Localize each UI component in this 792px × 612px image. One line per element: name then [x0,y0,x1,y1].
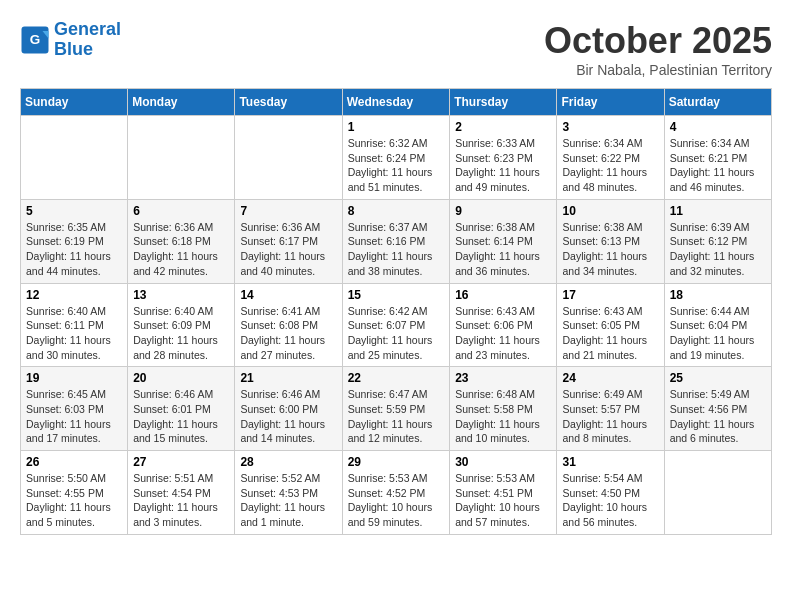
day-info: Sunrise: 6:43 AM Sunset: 6:06 PM Dayligh… [455,304,551,363]
calendar-cell: 27Sunrise: 5:51 AM Sunset: 4:54 PM Dayli… [128,451,235,535]
week-row-1: 5Sunrise: 6:35 AM Sunset: 6:19 PM Daylig… [21,199,772,283]
day-number: 13 [133,288,229,302]
day-info: Sunrise: 6:46 AM Sunset: 6:00 PM Dayligh… [240,387,336,446]
calendar-cell: 6Sunrise: 6:36 AM Sunset: 6:18 PM Daylig… [128,199,235,283]
calendar-cell: 23Sunrise: 6:48 AM Sunset: 5:58 PM Dayli… [450,367,557,451]
day-number: 11 [670,204,766,218]
day-info: Sunrise: 5:54 AM Sunset: 4:50 PM Dayligh… [562,471,658,530]
calendar-cell: 30Sunrise: 5:53 AM Sunset: 4:51 PM Dayli… [450,451,557,535]
calendar-cell: 17Sunrise: 6:43 AM Sunset: 6:05 PM Dayli… [557,283,664,367]
day-number: 20 [133,371,229,385]
weekday-header-monday: Monday [128,89,235,116]
calendar-cell: 1Sunrise: 6:32 AM Sunset: 6:24 PM Daylig… [342,116,450,200]
day-number: 24 [562,371,658,385]
calendar-cell: 19Sunrise: 6:45 AM Sunset: 6:03 PM Dayli… [21,367,128,451]
day-number: 3 [562,120,658,134]
day-info: Sunrise: 5:50 AM Sunset: 4:55 PM Dayligh… [26,471,122,530]
day-number: 22 [348,371,445,385]
day-info: Sunrise: 6:36 AM Sunset: 6:17 PM Dayligh… [240,220,336,279]
calendar-cell: 4Sunrise: 6:34 AM Sunset: 6:21 PM Daylig… [664,116,771,200]
day-info: Sunrise: 6:37 AM Sunset: 6:16 PM Dayligh… [348,220,445,279]
calendar-cell: 21Sunrise: 6:46 AM Sunset: 6:00 PM Dayli… [235,367,342,451]
calendar-cell: 2Sunrise: 6:33 AM Sunset: 6:23 PM Daylig… [450,116,557,200]
logo-text: General Blue [54,20,121,60]
day-number: 9 [455,204,551,218]
weekday-row: SundayMondayTuesdayWednesdayThursdayFrid… [21,89,772,116]
day-info: Sunrise: 6:34 AM Sunset: 6:22 PM Dayligh… [562,136,658,195]
day-number: 15 [348,288,445,302]
calendar-cell: 11Sunrise: 6:39 AM Sunset: 6:12 PM Dayli… [664,199,771,283]
day-number: 28 [240,455,336,469]
day-info: Sunrise: 6:32 AM Sunset: 6:24 PM Dayligh… [348,136,445,195]
week-row-3: 19Sunrise: 6:45 AM Sunset: 6:03 PM Dayli… [21,367,772,451]
calendar-cell: 7Sunrise: 6:36 AM Sunset: 6:17 PM Daylig… [235,199,342,283]
day-info: Sunrise: 6:40 AM Sunset: 6:11 PM Dayligh… [26,304,122,363]
calendar-cell: 22Sunrise: 6:47 AM Sunset: 5:59 PM Dayli… [342,367,450,451]
day-number: 10 [562,204,658,218]
month-title: October 2025 [544,20,772,62]
day-info: Sunrise: 5:53 AM Sunset: 4:52 PM Dayligh… [348,471,445,530]
week-row-2: 12Sunrise: 6:40 AM Sunset: 6:11 PM Dayli… [21,283,772,367]
day-number: 7 [240,204,336,218]
weekday-header-tuesday: Tuesday [235,89,342,116]
page-header: G General Blue October 2025 Bir Nabala, … [20,20,772,78]
day-info: Sunrise: 6:38 AM Sunset: 6:13 PM Dayligh… [562,220,658,279]
calendar-cell [21,116,128,200]
calendar-cell: 5Sunrise: 6:35 AM Sunset: 6:19 PM Daylig… [21,199,128,283]
week-row-4: 26Sunrise: 5:50 AM Sunset: 4:55 PM Dayli… [21,451,772,535]
day-number: 31 [562,455,658,469]
day-number: 8 [348,204,445,218]
day-number: 1 [348,120,445,134]
day-number: 5 [26,204,122,218]
calendar-cell [235,116,342,200]
day-number: 25 [670,371,766,385]
calendar-cell: 26Sunrise: 5:50 AM Sunset: 4:55 PM Dayli… [21,451,128,535]
calendar-cell: 31Sunrise: 5:54 AM Sunset: 4:50 PM Dayli… [557,451,664,535]
location: Bir Nabala, Palestinian Territory [544,62,772,78]
calendar-cell: 29Sunrise: 5:53 AM Sunset: 4:52 PM Dayli… [342,451,450,535]
day-info: Sunrise: 6:33 AM Sunset: 6:23 PM Dayligh… [455,136,551,195]
day-number: 18 [670,288,766,302]
calendar-cell: 15Sunrise: 6:42 AM Sunset: 6:07 PM Dayli… [342,283,450,367]
day-info: Sunrise: 6:40 AM Sunset: 6:09 PM Dayligh… [133,304,229,363]
calendar-cell: 25Sunrise: 5:49 AM Sunset: 4:56 PM Dayli… [664,367,771,451]
day-info: Sunrise: 5:53 AM Sunset: 4:51 PM Dayligh… [455,471,551,530]
day-info: Sunrise: 6:35 AM Sunset: 6:19 PM Dayligh… [26,220,122,279]
day-number: 26 [26,455,122,469]
calendar-cell: 28Sunrise: 5:52 AM Sunset: 4:53 PM Dayli… [235,451,342,535]
day-number: 30 [455,455,551,469]
day-info: Sunrise: 6:48 AM Sunset: 5:58 PM Dayligh… [455,387,551,446]
day-info: Sunrise: 5:49 AM Sunset: 4:56 PM Dayligh… [670,387,766,446]
weekday-header-sunday: Sunday [21,89,128,116]
day-number: 27 [133,455,229,469]
calendar-cell: 20Sunrise: 6:46 AM Sunset: 6:01 PM Dayli… [128,367,235,451]
day-info: Sunrise: 6:45 AM Sunset: 6:03 PM Dayligh… [26,387,122,446]
calendar-cell: 3Sunrise: 6:34 AM Sunset: 6:22 PM Daylig… [557,116,664,200]
calendar-body: 1Sunrise: 6:32 AM Sunset: 6:24 PM Daylig… [21,116,772,535]
day-number: 19 [26,371,122,385]
day-info: Sunrise: 6:36 AM Sunset: 6:18 PM Dayligh… [133,220,229,279]
calendar-cell: 9Sunrise: 6:38 AM Sunset: 6:14 PM Daylig… [450,199,557,283]
logo-icon: G [20,25,50,55]
day-info: Sunrise: 6:44 AM Sunset: 6:04 PM Dayligh… [670,304,766,363]
calendar-cell: 24Sunrise: 6:49 AM Sunset: 5:57 PM Dayli… [557,367,664,451]
day-number: 17 [562,288,658,302]
calendar-cell: 14Sunrise: 6:41 AM Sunset: 6:08 PM Dayli… [235,283,342,367]
calendar-cell: 12Sunrise: 6:40 AM Sunset: 6:11 PM Dayli… [21,283,128,367]
day-info: Sunrise: 6:42 AM Sunset: 6:07 PM Dayligh… [348,304,445,363]
day-number: 2 [455,120,551,134]
week-row-0: 1Sunrise: 6:32 AM Sunset: 6:24 PM Daylig… [21,116,772,200]
calendar-cell: 18Sunrise: 6:44 AM Sunset: 6:04 PM Dayli… [664,283,771,367]
day-info: Sunrise: 5:52 AM Sunset: 4:53 PM Dayligh… [240,471,336,530]
day-info: Sunrise: 6:41 AM Sunset: 6:08 PM Dayligh… [240,304,336,363]
day-number: 21 [240,371,336,385]
calendar: SundayMondayTuesdayWednesdayThursdayFrid… [20,88,772,535]
day-number: 12 [26,288,122,302]
calendar-cell [664,451,771,535]
day-number: 6 [133,204,229,218]
svg-text:G: G [30,32,41,47]
calendar-cell: 10Sunrise: 6:38 AM Sunset: 6:13 PM Dayli… [557,199,664,283]
day-info: Sunrise: 6:39 AM Sunset: 6:12 PM Dayligh… [670,220,766,279]
day-info: Sunrise: 6:47 AM Sunset: 5:59 PM Dayligh… [348,387,445,446]
day-info: Sunrise: 6:34 AM Sunset: 6:21 PM Dayligh… [670,136,766,195]
